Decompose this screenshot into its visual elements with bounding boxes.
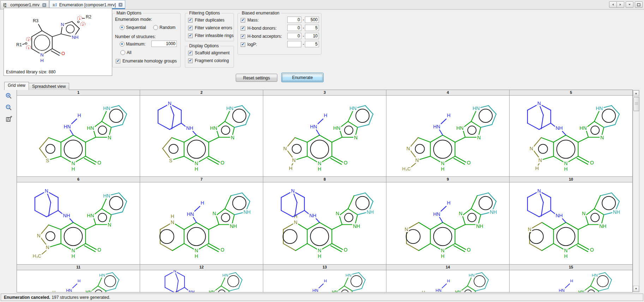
structure-cell-2[interactable]: SNHNNHOHNNHN bbox=[140, 96, 263, 176]
structure-cell-13[interactable]: NHNHNHOHNNHN bbox=[263, 270, 386, 292]
structure-cell-3[interactable]: NNHHNHNHOHNNHN bbox=[263, 96, 386, 176]
enumerate-button[interactable]: Enumerate bbox=[281, 73, 324, 82]
zoom-in-button[interactable] bbox=[5, 92, 13, 100]
structure-number-15: 15 bbox=[510, 265, 632, 270]
logp-min-input[interactable] bbox=[287, 41, 301, 47]
maximize-view-button[interactable] bbox=[635, 1, 643, 8]
tab-enumeration-label: Enumeration [composer1.mrv] bbox=[59, 2, 116, 7]
svg-text:HN: HN bbox=[433, 211, 440, 217]
structure-cell-9[interactable]: NHNHNHONNHNH bbox=[386, 182, 510, 264]
sequential-label[interactable]: Sequential bbox=[126, 25, 146, 30]
svg-text:N: N bbox=[441, 248, 445, 253]
h-bond-acceptors-min-input[interactable] bbox=[287, 33, 301, 39]
zoom-out-button[interactable] bbox=[5, 103, 13, 112]
structure-cell-8[interactable]: NHNHNNHONNHNH bbox=[263, 182, 386, 264]
save-structures-button[interactable] bbox=[5, 115, 13, 123]
svg-text:H: H bbox=[441, 166, 445, 172]
reset-settings-button[interactable]: Reset settings bbox=[236, 74, 277, 82]
h-bond-acceptors-row: H-bond acceptors: bbox=[241, 34, 282, 39]
svg-text:N: N bbox=[459, 211, 462, 216]
structure-cell-5[interactable]: NNHNHNNHOHNNHN bbox=[510, 96, 632, 176]
enumeration-icon: R bbox=[52, 2, 58, 7]
svg-text:1: 1 bbox=[79, 17, 80, 20]
svg-text:H: H bbox=[535, 165, 539, 171]
tab-grid-view[interactable]: Grid view bbox=[4, 82, 29, 90]
fragment-coloring-checkbox[interactable] bbox=[188, 59, 193, 63]
filter-valence-errors-checkbox[interactable] bbox=[188, 26, 193, 30]
maximum-count-input[interactable] bbox=[151, 41, 177, 47]
scrollbar-thumb[interactable] bbox=[633, 97, 639, 111]
h-bond-acceptors-checkbox[interactable] bbox=[241, 34, 245, 39]
structure-cell-14[interactable]: NHHNHNHOHNNHN bbox=[386, 270, 510, 292]
h-bond-donors-label[interactable]: H-bond donors: bbox=[247, 26, 277, 31]
enumerate-label: Enumerate bbox=[292, 75, 313, 80]
structure-cell-1[interactable]: SHNHNHOHNNHN bbox=[17, 96, 140, 176]
scaffold-alignment-label[interactable]: Scaffold alignment bbox=[195, 50, 230, 55]
application-window: { "tabbar": { "tabs": [ {"label": "compo… bbox=[0, 0, 644, 302]
fragment-coloring-row: Fragment coloring bbox=[188, 58, 229, 63]
sequential-radio[interactable] bbox=[120, 25, 125, 30]
tab-spreadsheet-view[interactable]: Spreadsheet view bbox=[29, 83, 69, 90]
svg-text:NH: NH bbox=[63, 213, 70, 218]
mass-checkbox[interactable] bbox=[241, 18, 245, 23]
close-icon[interactable]: ✕ bbox=[42, 3, 46, 7]
svg-text:N: N bbox=[582, 211, 585, 216]
scroll-down-arrow[interactable]: ▼ bbox=[633, 286, 639, 292]
scroll-tabs-left-button[interactable] bbox=[609, 1, 617, 8]
structure-cell-10[interactable]: NNHNNHONNHNH bbox=[510, 182, 632, 264]
logp-label[interactable]: logP: bbox=[247, 42, 257, 47]
random-label[interactable]: Random bbox=[160, 25, 175, 30]
structure-cell-4[interactable]: NNH₃CHNHNHOHNNHN bbox=[386, 96, 510, 176]
scroll-up-arrow[interactable]: ▲ bbox=[633, 90, 639, 96]
scaffold-alignment-checkbox[interactable] bbox=[188, 51, 193, 55]
random-radio[interactable] bbox=[153, 25, 158, 30]
structure-cell-6[interactable]: NNH₃CNHNNHOHNNHN bbox=[17, 182, 140, 264]
filter-duplicates-label[interactable]: Filter duplicates bbox=[195, 18, 224, 23]
h-bond-acceptors-max-input[interactable] bbox=[305, 33, 319, 39]
all-radio[interactable] bbox=[120, 50, 125, 55]
mass-min-input[interactable] bbox=[287, 17, 301, 23]
svg-text:HN: HN bbox=[310, 124, 317, 129]
mass-label[interactable]: Mass: bbox=[247, 18, 259, 23]
all-label[interactable]: All bbox=[127, 50, 131, 55]
structure-cell-12[interactable]: NHNHNNHOHNNHN bbox=[140, 270, 263, 292]
svg-text:NH: NH bbox=[556, 125, 563, 131]
svg-text:H: H bbox=[318, 166, 321, 172]
h-bond-donors-max-input[interactable] bbox=[305, 25, 319, 31]
svg-text:N: N bbox=[108, 135, 111, 140]
svg-text:HN: HN bbox=[226, 105, 233, 111]
maximum-radio[interactable] bbox=[120, 42, 125, 47]
svg-text:NH: NH bbox=[188, 289, 194, 292]
range-dash: - bbox=[303, 17, 304, 22]
molecule-drawing: NHHNHNHOHNNHN bbox=[386, 270, 509, 292]
h-bond-acceptors-label[interactable]: H-bond acceptors: bbox=[247, 34, 282, 39]
filter-valence-errors-label[interactable]: Filter valence errors bbox=[195, 25, 232, 30]
svg-text:N: N bbox=[195, 161, 198, 166]
enumerate-homology-groups-checkbox[interactable] bbox=[116, 59, 120, 64]
filter-duplicates-checkbox[interactable] bbox=[188, 18, 193, 23]
enumerate-homology-groups-label[interactable]: Enumerate homology groups bbox=[122, 59, 177, 64]
maximum-label[interactable]: Maximum: bbox=[126, 42, 145, 47]
grid-vertical-scrollbar[interactable]: ▲ ▼ bbox=[633, 90, 639, 292]
svg-text:O: O bbox=[590, 160, 594, 165]
filter-infeasible-rings-label[interactable]: Filter infeasible rings bbox=[195, 33, 234, 38]
filter-infeasible-rings-checkbox[interactable] bbox=[188, 34, 193, 38]
mass-max-input[interactable] bbox=[305, 17, 319, 23]
enumeration-mode-label: Enumeration mode: bbox=[115, 17, 152, 22]
structure-cell-7[interactable]: NHHNHNHONNHNH bbox=[140, 182, 263, 264]
svg-text:HN: HN bbox=[456, 125, 463, 131]
svg-text:HN: HN bbox=[87, 125, 94, 131]
scroll-tabs-right-button[interactable] bbox=[617, 1, 624, 8]
svg-text:NH: NH bbox=[599, 223, 606, 229]
h-bond-donors-checkbox[interactable] bbox=[241, 26, 245, 31]
molecule-drawing: NNHNNHONNHNH bbox=[510, 182, 632, 264]
structure-cell-15[interactable]: NHNHNHOHNNHN bbox=[510, 270, 632, 292]
logp-checkbox[interactable] bbox=[241, 42, 245, 47]
logp-max-input[interactable] bbox=[305, 41, 319, 47]
structure-cell-11[interactable]: NHHNHNHOHNNHN bbox=[17, 270, 140, 292]
tab-list-dropdown-button[interactable] bbox=[626, 1, 633, 8]
h-bond-donors-min-input[interactable] bbox=[287, 25, 301, 31]
number-of-structures-label: Number of structures: bbox=[115, 34, 156, 39]
fragment-coloring-label[interactable]: Fragment coloring bbox=[195, 58, 229, 63]
close-icon[interactable]: ✕ bbox=[119, 3, 122, 7]
